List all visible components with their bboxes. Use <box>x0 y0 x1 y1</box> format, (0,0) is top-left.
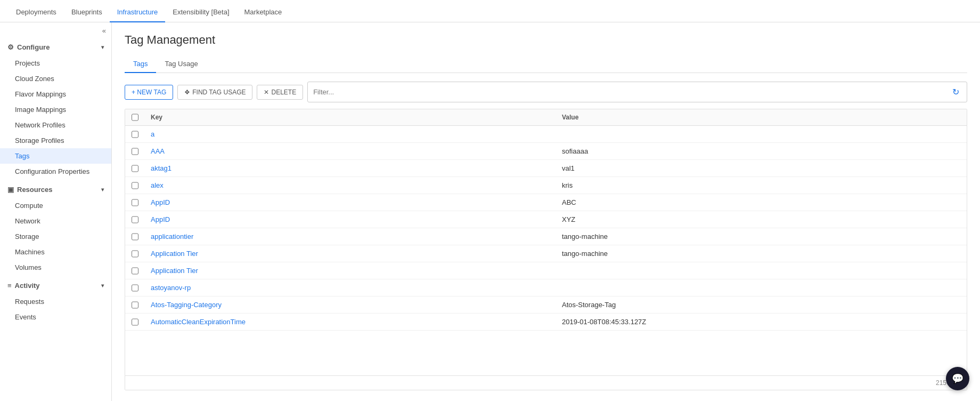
row-checkbox[interactable] <box>132 301 138 309</box>
row-checkbox[interactable] <box>132 199 138 206</box>
delete-button[interactable]: ✕ DELETE <box>257 85 303 100</box>
table-row: AppIDABC <box>125 194 967 211</box>
row-checkbox-cell <box>125 296 144 313</box>
select-all-checkbox[interactable] <box>132 114 138 121</box>
sidebar-section-header-activity[interactable]: ≡ Activity ▾ <box>0 277 111 294</box>
tag-value-cell <box>556 262 967 279</box>
row-checkbox[interactable] <box>132 318 138 326</box>
tag-key-cell[interactable]: a <box>144 126 556 142</box>
sidebar-item-machines[interactable]: Machines <box>0 244 111 260</box>
row-checkbox[interactable] <box>132 250 138 258</box>
sidebar-section-label-resources: Resources <box>17 186 52 194</box>
row-checkbox-cell <box>125 177 144 194</box>
x-icon: ✕ <box>264 89 269 96</box>
tabs-bar: TagsTag Usage <box>125 55 967 73</box>
tag-value-cell: tango-machine <box>556 245 967 262</box>
top-nav-item-extensibility-beta[interactable]: Extensibility [Beta] <box>165 3 236 22</box>
new-tag-button[interactable]: + NEW TAG <box>125 85 173 100</box>
filter-input[interactable] <box>313 88 950 96</box>
value-column-header: Value <box>556 109 967 125</box>
top-nav-item-deployments[interactable]: Deployments <box>9 3 64 22</box>
top-nav-item-marketplace[interactable]: Marketplace <box>237 3 290 22</box>
tag-key-cell[interactable]: AppID <box>144 194 556 211</box>
row-checkbox[interactable] <box>132 216 138 223</box>
table-row: astoyanov-rp <box>125 279 967 296</box>
sidebar-item-network[interactable]: Network <box>0 213 111 229</box>
table-row: AAAsofiaaaa <box>125 143 967 160</box>
sidebar-item-storage[interactable]: Storage <box>0 229 111 244</box>
sidebar-item-compute[interactable]: Compute <box>0 198 111 213</box>
table-row: a <box>125 126 967 143</box>
refresh-icon[interactable]: ↻ <box>950 85 961 99</box>
key-column-header: Key <box>144 109 556 125</box>
table-body: aAAAsofiaaaaaktag1val1alexkrisAppIDABCAp… <box>125 126 967 375</box>
tag-key-cell[interactable]: AAA <box>144 143 556 159</box>
row-checkbox[interactable] <box>132 233 138 240</box>
tag-key-cell[interactable]: applicationtier <box>144 228 556 245</box>
sidebar-section-activity: ≡ Activity ▾RequestsEvents <box>0 277 111 325</box>
row-checkbox[interactable] <box>132 148 138 155</box>
activity-icon: ≡ <box>7 282 12 290</box>
tag-key-cell[interactable]: Atos-Tagging-Category <box>144 296 556 313</box>
tag-key-cell[interactable]: Application Tier <box>144 245 556 262</box>
top-nav-bar: DeploymentsBlueprintsInfrastructureExten… <box>0 0 980 22</box>
tag-value-cell: Atos-Storage-Tag <box>556 296 967 313</box>
table-row: Atos-Tagging-CategoryAtos-Storage-Tag <box>125 296 967 314</box>
tag-key-cell[interactable]: AutomaticCleanExpirationTime <box>144 314 556 330</box>
top-nav: DeploymentsBlueprintsInfrastructureExten… <box>0 0 980 22</box>
tag-icon: ❖ <box>184 89 190 96</box>
row-checkbox-cell <box>125 126 144 142</box>
sidebar-item-storage-profiles[interactable]: Storage Profiles <box>0 133 111 148</box>
page-title: Tag Management <box>125 33 967 47</box>
tag-value-cell: 2019-01-08T08:45:33.127Z <box>556 314 967 330</box>
sidebar-item-flavor-mappings[interactable]: Flavor Mappings <box>0 86 111 102</box>
tag-value-cell: XYZ <box>556 211 967 228</box>
row-checkbox-cell <box>125 314 144 330</box>
tag-key-cell[interactable]: aktag1 <box>144 160 556 177</box>
table-row: Application Tiertango-machine <box>125 245 967 262</box>
tag-key-cell[interactable]: astoyanov-rp <box>144 279 556 296</box>
select-all-header <box>125 109 144 125</box>
top-nav-item-blueprints[interactable]: Blueprints <box>64 3 110 22</box>
row-checkbox[interactable] <box>132 131 138 138</box>
row-checkbox-cell <box>125 245 144 262</box>
sidebar-collapse-button[interactable]: « <box>0 22 111 39</box>
row-checkbox-cell <box>125 262 144 279</box>
sidebar-section-header-resources[interactable]: ▣ Resources ▾ <box>0 181 111 198</box>
sidebar-item-volumes[interactable]: Volumes <box>0 260 111 275</box>
sidebar-section-configure: ⚙ Configure ▾ProjectsCloud ZonesFlavor M… <box>0 39 111 179</box>
row-checkbox[interactable] <box>132 284 138 292</box>
sidebar-item-tags[interactable]: Tags <box>0 148 111 164</box>
tag-key-cell[interactable]: alex <box>144 177 556 194</box>
row-checkbox[interactable] <box>132 165 138 172</box>
chevron-down-icon: ▾ <box>101 283 104 288</box>
tag-key-cell[interactable]: Application Tier <box>144 262 556 279</box>
sidebar: « ⚙ Configure ▾ProjectsCloud ZonesFlavor… <box>0 22 112 401</box>
sidebar-item-events[interactable]: Events <box>0 309 111 325</box>
sidebar-section-header-configure[interactable]: ⚙ Configure ▾ <box>0 39 111 55</box>
resources-icon: ▣ <box>7 186 14 194</box>
row-checkbox[interactable] <box>132 182 138 189</box>
tag-key-cell[interactable]: AppID <box>144 211 556 228</box>
sidebar-item-projects[interactable]: Projects <box>0 55 111 71</box>
row-checkbox-cell <box>125 211 144 228</box>
chat-bubble-button[interactable]: 💬 <box>946 367 969 390</box>
tag-value-cell <box>556 279 967 296</box>
table-footer: 215 tags <box>125 375 967 390</box>
sidebar-item-requests[interactable]: Requests <box>0 294 111 309</box>
sidebar-item-network-profiles[interactable]: Network Profiles <box>0 117 111 133</box>
chat-icon: 💬 <box>952 373 963 384</box>
sidebar-item-cloud-zones[interactable]: Cloud Zones <box>0 71 111 86</box>
tag-value-cell <box>556 126 967 142</box>
top-nav-item-infrastructure[interactable]: Infrastructure <box>110 3 166 22</box>
main-layout: « ⚙ Configure ▾ProjectsCloud ZonesFlavor… <box>0 22 980 401</box>
content-area: Tag Management TagsTag Usage + NEW TAG ❖… <box>112 22 980 401</box>
sidebar-item-configuration-properties[interactable]: Configuration Properties <box>0 164 111 179</box>
tab-tag-usage[interactable]: Tag Usage <box>156 55 206 73</box>
find-tag-usage-button[interactable]: ❖ FIND TAG USAGE <box>177 85 252 100</box>
row-checkbox-cell <box>125 143 144 159</box>
row-checkbox[interactable] <box>132 267 138 275</box>
sidebar-section-label-activity: Activity <box>15 282 40 290</box>
tab-tags[interactable]: Tags <box>125 55 156 73</box>
sidebar-item-image-mappings[interactable]: Image Mappings <box>0 102 111 117</box>
